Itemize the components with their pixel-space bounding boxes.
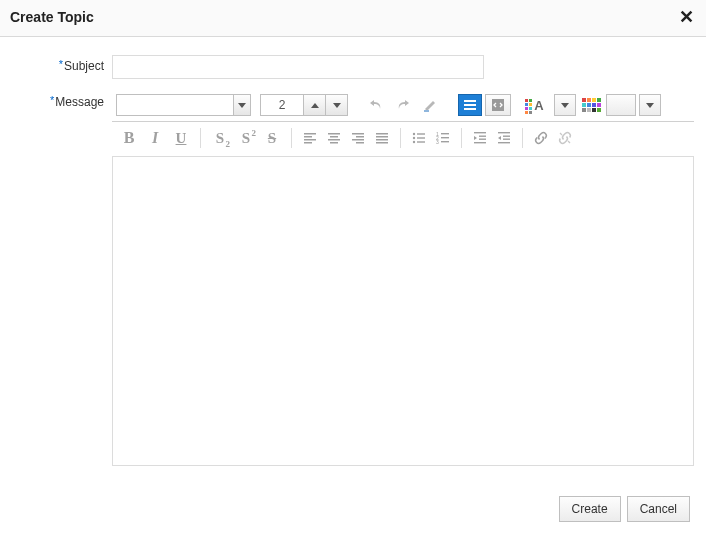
align-left-button[interactable] <box>298 127 322 149</box>
svg-rect-7 <box>304 139 316 141</box>
required-mark: * <box>59 58 63 70</box>
subject-row: *Subject <box>12 55 694 79</box>
svg-text:3: 3 <box>436 139 439 145</box>
toolbar-row-1: 2 <box>112 91 694 122</box>
svg-line-41 <box>560 133 562 135</box>
svg-point-25 <box>413 141 415 143</box>
close-icon[interactable]: ✕ <box>679 8 694 26</box>
unlink-button[interactable] <box>553 127 577 149</box>
align-justify-button[interactable] <box>370 127 394 149</box>
svg-rect-39 <box>503 139 510 140</box>
strikethrough-button[interactable]: S <box>259 126 285 150</box>
svg-point-21 <box>413 133 415 135</box>
svg-rect-5 <box>304 133 316 135</box>
align-center-button[interactable] <box>322 127 346 149</box>
source-mode-button[interactable] <box>485 94 511 116</box>
svg-rect-0 <box>424 110 429 112</box>
font-size-up[interactable] <box>303 95 325 115</box>
superscript-button[interactable]: S2 <box>233 126 259 150</box>
svg-rect-36 <box>474 142 486 143</box>
svg-rect-26 <box>417 141 425 142</box>
svg-rect-11 <box>328 139 340 141</box>
clear-formatting-button[interactable] <box>418 94 442 116</box>
svg-rect-9 <box>328 133 340 135</box>
svg-rect-22 <box>417 133 425 134</box>
svg-rect-10 <box>330 136 338 138</box>
svg-point-23 <box>413 137 415 139</box>
svg-rect-13 <box>352 133 364 135</box>
message-editor[interactable] <box>112 156 694 466</box>
separator <box>291 128 292 148</box>
svg-rect-18 <box>376 136 388 138</box>
indent-button[interactable] <box>492 127 516 149</box>
subscript-button[interactable]: S2 <box>207 126 233 150</box>
svg-rect-19 <box>376 139 388 141</box>
chevron-down-icon <box>233 95 250 115</box>
font-color-button[interactable]: A <box>527 94 551 116</box>
italic-button[interactable]: I <box>142 126 168 150</box>
separator <box>522 128 523 148</box>
svg-rect-8 <box>304 142 312 144</box>
svg-rect-37 <box>498 132 510 133</box>
svg-rect-38 <box>503 136 510 137</box>
underline-button[interactable]: U <box>168 126 194 150</box>
highlight-color-button[interactable] <box>579 94 603 116</box>
subject-label: *Subject <box>12 55 112 73</box>
message-row: *Message 2 <box>12 91 694 466</box>
create-button[interactable]: Create <box>559 496 621 522</box>
font-size-down[interactable] <box>325 95 347 115</box>
link-button[interactable] <box>529 127 553 149</box>
dialog-title: Create Topic <box>10 9 94 25</box>
font-size-stepper: 2 <box>260 94 348 116</box>
svg-rect-20 <box>376 142 388 144</box>
bold-button[interactable]: B <box>116 126 142 150</box>
svg-rect-3 <box>464 108 476 110</box>
svg-rect-28 <box>441 133 449 134</box>
font-color-dropdown[interactable] <box>554 94 576 116</box>
undo-button[interactable] <box>364 94 388 116</box>
svg-rect-14 <box>356 136 364 138</box>
rich-text-mode-button[interactable] <box>458 94 482 116</box>
svg-line-42 <box>568 141 570 143</box>
cancel-button[interactable]: Cancel <box>627 496 690 522</box>
svg-rect-40 <box>498 142 510 143</box>
redo-button[interactable] <box>391 94 415 116</box>
bullet-list-button[interactable] <box>407 127 431 149</box>
font-size-value: 2 <box>261 98 303 112</box>
svg-rect-24 <box>417 137 425 138</box>
font-family-select[interactable] <box>116 94 251 116</box>
separator <box>461 128 462 148</box>
number-list-button[interactable]: 1 2 3 <box>431 127 455 149</box>
dialog-footer: Create Cancel <box>0 486 706 536</box>
subject-input[interactable] <box>112 55 484 79</box>
outdent-button[interactable] <box>468 127 492 149</box>
svg-rect-30 <box>441 137 449 138</box>
form-body: *Subject *Message 2 <box>0 37 706 486</box>
required-mark: * <box>50 94 54 106</box>
dialog-header: Create Topic ✕ <box>0 0 706 37</box>
svg-rect-15 <box>352 139 364 141</box>
highlight-color-dropdown[interactable] <box>639 94 661 116</box>
svg-rect-1 <box>464 100 476 102</box>
svg-rect-35 <box>479 139 486 140</box>
message-label: *Message <box>12 91 112 109</box>
svg-rect-33 <box>474 132 486 133</box>
toolbar-row-2: B I U S2 S2 S <box>112 122 694 156</box>
svg-rect-17 <box>376 133 388 135</box>
separator <box>400 128 401 148</box>
svg-rect-12 <box>330 142 338 144</box>
rich-text-editor: 2 <box>112 91 694 466</box>
highlight-color-swatch[interactable] <box>606 94 636 116</box>
svg-rect-16 <box>356 142 364 144</box>
svg-rect-34 <box>479 136 486 137</box>
svg-rect-6 <box>304 136 312 138</box>
svg-rect-2 <box>464 104 476 106</box>
svg-rect-32 <box>441 141 449 142</box>
separator <box>200 128 201 148</box>
align-right-button[interactable] <box>346 127 370 149</box>
